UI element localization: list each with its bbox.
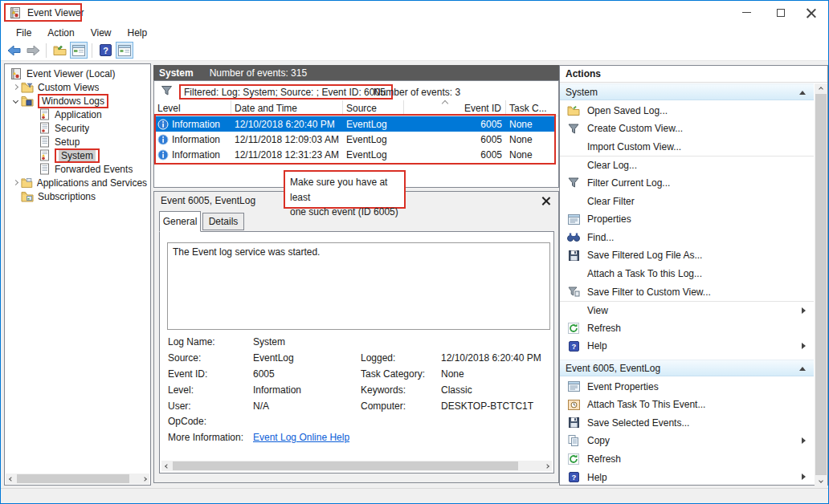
tree-item-subscriptions[interactable]: Subscriptions: [5, 189, 150, 203]
forward-button[interactable]: [24, 42, 42, 59]
field-value: Classic: [441, 384, 472, 396]
action-import-custom-view[interactable]: Import Custom View...: [560, 137, 814, 156]
column-header-level[interactable]: Level: [154, 100, 231, 116]
action-copy-submenu[interactable]: Copy: [560, 432, 814, 450]
properties-icon: [568, 381, 580, 392]
action-clear-filter[interactable]: Clear Filter: [560, 192, 814, 210]
column-header-source[interactable]: Source: [343, 100, 404, 116]
collapse-section-icon: [799, 367, 806, 371]
field-value: EventLog: [253, 352, 294, 364]
console-tree-toggle-button[interactable]: [70, 42, 88, 59]
minimize-icon: [742, 12, 751, 13]
help-button[interactable]: ?: [96, 42, 114, 59]
event-description-box[interactable]: The Event log service was started.: [167, 242, 550, 330]
tree-item-custom-views[interactable]: Custom Views: [5, 80, 150, 94]
action-save-filter-to-custom-view[interactable]: Save Filter to Custom View...: [560, 282, 814, 301]
submenu-arrow-icon: [802, 307, 806, 314]
action-save-selected-events[interactable]: Save Selected Events...: [560, 413, 814, 432]
preview-horizontal-scrollbar[interactable]: [161, 461, 552, 471]
tree-item-system[interactable]: System: [5, 148, 150, 162]
menu-file[interactable]: File: [9, 26, 39, 40]
action-open-saved-log[interactable]: Open Saved Log...: [560, 101, 814, 120]
folder-action-icon: [53, 44, 67, 56]
close-preview-icon[interactable]: [541, 195, 552, 206]
refresh-icon: [568, 323, 579, 334]
tab-details[interactable]: Details: [202, 213, 244, 230]
tree-item-applications-and-services[interactable]: Applications and Services Lo: [5, 176, 150, 189]
action-attach-a-task-to-this-log[interactable]: Attach a Task To this Log...: [560, 264, 814, 282]
scroll-right-button[interactable]: [139, 474, 149, 484]
folder-action-button[interactable]: [51, 42, 68, 59]
menu-help[interactable]: Help: [120, 26, 155, 40]
event-row[interactable]: Information 12/10/2018 6:20:40 PM EventL…: [154, 116, 555, 132]
tree-item-windows-logs[interactable]: Windows Logs: [5, 94, 150, 108]
menu-action[interactable]: Action: [40, 26, 81, 40]
column-header-date-and-time[interactable]: Date and Time: [231, 100, 343, 116]
field-label: Logged:: [361, 352, 395, 364]
action-clear-log[interactable]: Clear Log...: [560, 156, 814, 174]
help-icon: ?: [100, 44, 112, 56]
actions-pane-title: Actions: [560, 66, 827, 83]
information-icon: [157, 119, 169, 130]
scroll-right-button[interactable]: [541, 461, 552, 471]
scroll-down-button[interactable]: [816, 475, 827, 486]
back-button[interactable]: [5, 42, 22, 59]
action-properties[interactable]: Properties: [560, 210, 814, 229]
minimize-button[interactable]: [733, 1, 760, 24]
actions-vertical-scrollbar[interactable]: [815, 83, 827, 486]
actions-section-event-header[interactable]: Event 6005, EventLog: [560, 360, 814, 376]
refresh-icon: [568, 453, 579, 465]
annotation-box-title: [4, 3, 82, 22]
menu-view[interactable]: View: [84, 26, 119, 40]
action-label: Import Custom View...: [587, 141, 681, 152]
action-view-submenu[interactable]: View: [560, 301, 814, 319]
tree-item-event-viewer-local[interactable]: Event Viewer (Local): [5, 67, 150, 80]
action-label: Save Filtered Log File As...: [587, 250, 702, 261]
scrollbar-thumb[interactable]: [173, 461, 518, 470]
folder-icon: [21, 177, 33, 189]
event-row[interactable]: Information 12/11/2018 12:31:23 AM Event…: [154, 147, 555, 162]
section-title: System: [566, 87, 598, 98]
event-description: The Event log service was started.: [173, 246, 320, 258]
scroll-up-button[interactable]: [816, 83, 827, 94]
expander-collapsed-icon[interactable]: [10, 181, 21, 185]
action-attach-task-to-this-event[interactable]: Attach Task To This Event...: [560, 396, 814, 414]
action-refresh-event[interactable]: Refresh: [560, 449, 814, 468]
tree-item-label: Security: [55, 123, 89, 134]
action-save-filtered-log-file-as[interactable]: Save Filtered Log File As...: [560, 246, 814, 265]
scrollbar-thumb[interactable]: [17, 474, 129, 483]
scroll-left-button[interactable]: [161, 461, 172, 471]
tab-general[interactable]: General: [159, 211, 201, 232]
tree-item-label: Applications and Services Lo: [37, 177, 150, 189]
tree-horizontal-scrollbar[interactable]: [6, 474, 149, 484]
event-row[interactable]: Information 12/11/2018 12:09:03 AM Event…: [154, 132, 555, 147]
column-header-task-category[interactable]: Task C...: [506, 100, 554, 116]
action-find[interactable]: Find...: [560, 228, 814, 246]
event-log-online-help-link[interactable]: Event Log Online Help: [253, 432, 349, 443]
log-icon: [39, 122, 51, 134]
action-pane-toggle-button[interactable]: [116, 42, 133, 59]
close-button[interactable]: [798, 1, 825, 24]
action-create-custom-view[interactable]: Create Custom View...: [560, 120, 814, 138]
action-label: Filter Current Log...: [587, 177, 670, 189]
action-filter-current-log[interactable]: Filter Current Log...: [560, 173, 814, 192]
action-help-submenu[interactable]: ? Help: [560, 337, 814, 356]
action-event-properties[interactable]: Event Properties: [560, 377, 814, 396]
expander-expanded-icon[interactable]: [10, 99, 21, 103]
action-label: Refresh: [587, 323, 621, 334]
scrollbar-thumb[interactable]: [815, 94, 827, 475]
tree-item-security[interactable]: Security: [5, 121, 150, 135]
maximize-button[interactable]: [767, 1, 794, 24]
scroll-left-button[interactable]: [6, 474, 16, 484]
action-refresh[interactable]: Refresh: [560, 319, 814, 337]
tab-label: Details: [209, 216, 239, 227]
tree-item-application[interactable]: Application: [5, 108, 150, 121]
action-help-event-submenu[interactable]: ? Help: [560, 468, 814, 486]
tree-item-label: Custom Views: [38, 82, 99, 93]
column-header-event-id[interactable]: Event ID: [404, 100, 506, 116]
actions-section-system-header[interactable]: System: [560, 83, 814, 100]
expander-collapsed-icon[interactable]: [10, 85, 21, 89]
filter-status-row: Filtered: Log: System; Source: ; Event I…: [154, 81, 558, 100]
tree-item-forwarded-events[interactable]: Forwarded Events: [5, 162, 150, 176]
tree-item-setup[interactable]: Setup: [5, 135, 150, 148]
